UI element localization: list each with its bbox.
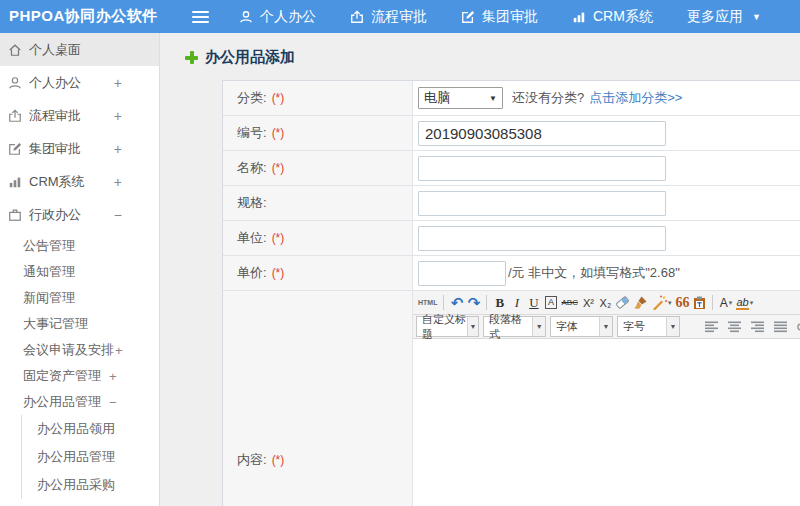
sidebar-item-personal-desktop[interactable]: 个人桌面 (0, 33, 159, 66)
rich-text-editor: HTML ↶ ↷ B I U A ABC X² X₂ ▾ (413, 291, 800, 506)
underline-button[interactable]: U (525, 293, 542, 313)
user-icon (7, 76, 23, 90)
undo-button[interactable]: ↶ (448, 293, 465, 313)
italic-button[interactable]: I (508, 293, 525, 313)
name-label-cell: 名称: (*) (223, 151, 413, 185)
sidebar-item-label: 行政办公 (29, 206, 81, 224)
home-icon (7, 43, 23, 57)
page-title: 办公用品添加 (205, 48, 295, 67)
expand-icon[interactable]: + (115, 343, 123, 358)
subitem-label: 通知管理 (23, 263, 75, 281)
category-value-cell: 电脑 ▼ 还没有分类? 点击添加分类>> (413, 81, 800, 115)
paragraph-format-select[interactable]: 段落格式 ▼ (483, 316, 546, 337)
sidebar-subitem-notice[interactable]: 通知管理 (0, 259, 159, 285)
add-plus-icon (185, 51, 198, 64)
align-right-button[interactable] (746, 317, 769, 337)
sidebar-subitem-announcement[interactable]: 公告管理 (0, 233, 159, 259)
sidebar-subitem-meetings[interactable]: 会议申请及安排+ (0, 337, 159, 363)
blockquote-button[interactable]: 66 (673, 293, 691, 313)
sidebar-item-group-approval[interactable]: 集团审批 + (0, 132, 159, 165)
highlight-color-button[interactable]: ab▾ (734, 293, 755, 313)
paste-text-button[interactable] (691, 293, 708, 313)
name-input[interactable] (418, 156, 666, 181)
sidebar-item-admin-office[interactable]: 行政办公 − (0, 198, 159, 231)
sidebar-subitem-fixed-assets[interactable]: 固定资产管理+ (0, 363, 159, 389)
select-label: 段落格式 (489, 312, 532, 342)
form-row-name: 名称: (*) (223, 151, 800, 186)
hamburger-menu-icon[interactable] (178, 11, 222, 23)
bold-button[interactable]: B (491, 293, 508, 313)
subitem-label: 公告管理 (23, 237, 75, 255)
sidebar-subitem-supplies-manage[interactable]: 办公用品管理 (22, 443, 159, 471)
app-logo[interactable]: PHPOA协同办公软件 (0, 7, 178, 26)
required-marker: (*) (272, 161, 285, 175)
unit-value-cell (413, 221, 800, 255)
sidebar-subitem-supplies-purchase[interactable]: 办公用品采购 (22, 471, 159, 499)
redo-button[interactable]: ↷ (465, 293, 482, 313)
font-size-select[interactable]: 字号 ▼ (617, 316, 680, 337)
align-center-button[interactable] (723, 317, 746, 337)
expand-icon[interactable]: + (114, 75, 122, 91)
category-select-value: 电脑 (424, 89, 450, 107)
font-family-select[interactable]: 字体 ▼ (550, 316, 613, 337)
sidebar-subitem-news[interactable]: 新闻管理 (0, 285, 159, 311)
subscript-button[interactable]: X₂ (597, 293, 614, 313)
spec-input[interactable] (418, 191, 666, 216)
sidebar-subitem-supplies-claim[interactable]: 办公用品领用 (22, 415, 159, 443)
align-left-button[interactable] (700, 317, 723, 337)
format-brush-icon (633, 295, 648, 310)
category-select[interactable]: 电脑 ▼ (418, 87, 503, 109)
price-input[interactable] (418, 261, 506, 286)
topnav-process-approval[interactable]: 流程审批 (333, 0, 444, 33)
add-category-link[interactable]: 点击添加分类>> (589, 89, 682, 107)
required-marker: (*) (272, 91, 285, 105)
toolbar-divider (712, 295, 713, 310)
text-border-button[interactable]: A (542, 293, 559, 313)
sidebar-item-personal-office[interactable]: 个人办公 + (0, 66, 159, 99)
strikethrough-button[interactable]: ABC (559, 293, 579, 313)
sidebar-subitem-events[interactable]: 大事记管理 (0, 311, 159, 337)
subitem-label: 新闻管理 (23, 289, 75, 307)
select-label: 字体 (556, 319, 578, 334)
number-input[interactable] (418, 121, 666, 146)
insert-link-button[interactable] (792, 317, 800, 337)
sidebar-subitem-office-supplies[interactable]: 办公用品管理− (0, 389, 159, 415)
unit-input[interactable] (418, 226, 666, 251)
format-brush-button[interactable] (631, 293, 650, 313)
collapse-icon[interactable]: − (114, 207, 122, 223)
custom-title-select[interactable]: 自定义标题 ▼ (416, 316, 479, 337)
superscript-button[interactable]: X² (580, 293, 597, 313)
select-caret-icon: ▼ (467, 317, 478, 336)
topnav-personal-office[interactable]: 个人办公 (222, 0, 333, 33)
main-content: 办公用品添加 分类: (*) 电脑 ▼ 还没有分类? 点击添加分类>> 编号: … (160, 33, 800, 506)
field-label: 名称: (237, 159, 267, 177)
expand-icon[interactable]: + (114, 141, 122, 157)
topnav-label: 集团审批 (482, 8, 538, 26)
field-label: 分类: (237, 89, 267, 107)
collapse-icon[interactable]: − (109, 395, 117, 410)
source-code-button[interactable]: HTML (416, 293, 439, 313)
chevron-down-icon: ▼ (752, 12, 761, 22)
sidebar-item-label: 个人桌面 (29, 41, 81, 59)
magic-wand-icon (652, 295, 667, 310)
expand-icon[interactable]: + (109, 369, 117, 384)
autoformat-button[interactable]: ▾ (650, 293, 674, 313)
editor-content-area[interactable] (413, 339, 800, 506)
topnav-more-apps[interactable]: 更多应用 ▼ (670, 0, 778, 33)
font-color-button[interactable]: A▾ (717, 293, 734, 313)
align-justify-button[interactable] (769, 317, 792, 337)
toolbar-divider (486, 295, 487, 310)
topnav-crm[interactable]: CRM系统 (555, 0, 670, 33)
select-caret-icon: ▼ (532, 317, 545, 336)
page-title-row: 办公用品添加 (185, 48, 800, 67)
eraser-button[interactable] (614, 293, 631, 313)
field-label: 单价: (237, 264, 267, 282)
sidebar-item-crm[interactable]: CRM系统 + (0, 165, 159, 198)
supplies-add-form: 分类: (*) 电脑 ▼ 还没有分类? 点击添加分类>> 编号: (*) (222, 80, 800, 506)
form-row-unit: 单位: (*) (223, 221, 800, 256)
topnav-group-approval[interactable]: 集团审批 (444, 0, 555, 33)
expand-icon[interactable]: + (114, 174, 122, 190)
toolbar-divider (443, 295, 444, 310)
sidebar-item-process-approval[interactable]: 流程审批 + (0, 99, 159, 132)
expand-icon[interactable]: + (114, 108, 122, 124)
